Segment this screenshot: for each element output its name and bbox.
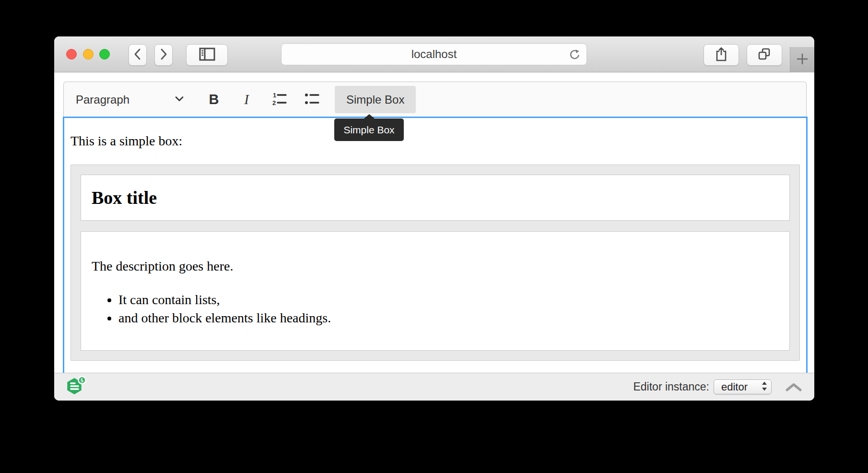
tooltip-text: Simple Box [343, 124, 394, 136]
intro-paragraph: This is a simple box: [70, 132, 800, 150]
numbered-list-icon: 1 2 [271, 91, 287, 108]
close-window-button[interactable] [66, 49, 77, 59]
address-bar[interactable]: localhost [281, 43, 587, 65]
browser-window: localhost [54, 36, 814, 401]
show-tabs-button[interactable] [747, 44, 782, 66]
ckeditor-logo-icon: 5 [66, 376, 86, 399]
box-title-heading: Box title [92, 183, 779, 212]
tabs-overview-icon [757, 47, 772, 63]
tooltip-arrow [364, 114, 375, 118]
chevron-left-icon [133, 47, 142, 63]
chevron-up-icon [785, 382, 802, 392]
sidebar-icon [199, 47, 215, 63]
logo-badge: 5 [81, 377, 83, 383]
page-content: Paragraph B I 1 2 [54, 72, 814, 373]
browser-chrome: localhost [54, 36, 814, 72]
inspector-collapse-button[interactable] [785, 382, 802, 392]
simple-box-description-area[interactable]: The description goes here. It can contai… [81, 231, 790, 351]
forward-button[interactable] [154, 44, 173, 66]
editor-toolbar: Paragraph B I 1 2 [63, 82, 807, 117]
editor-instance-value: editor [721, 381, 748, 393]
simple-box-title-area[interactable]: Box title [81, 175, 790, 221]
svg-text:2: 2 [272, 99, 276, 106]
simple-box-button[interactable]: Simple Box [335, 86, 416, 113]
numbered-list-button[interactable]: 1 2 [270, 86, 289, 113]
bulleted-list-button[interactable] [302, 86, 321, 113]
heading-dropdown[interactable]: Paragraph [67, 86, 191, 113]
heading-dropdown-label: Paragraph [76, 93, 129, 106]
back-button[interactable] [129, 44, 147, 66]
editor-instance-label: Editor instance: [633, 380, 709, 393]
plus-icon [795, 52, 809, 68]
box-description-text: The description goes here. [92, 257, 779, 275]
share-button[interactable] [704, 44, 739, 66]
select-stepper-icon [761, 380, 768, 394]
chevron-right-icon [159, 47, 168, 63]
inspector-statusbar: 5 Editor instance: editor [54, 373, 814, 401]
bold-icon: B [209, 92, 219, 107]
list-item: and other block elements like headings. [118, 309, 779, 327]
address-bar-url: localhost [411, 47, 457, 61]
chevron-down-icon [175, 95, 184, 104]
list-item: It can contain lists, [118, 291, 779, 309]
zoom-window-button[interactable] [99, 49, 110, 59]
share-icon [715, 47, 728, 64]
editor-instance-select[interactable]: editor [714, 379, 772, 394]
bold-button[interactable]: B [204, 86, 223, 113]
sidebar-toggle-button[interactable] [186, 44, 228, 66]
bulleted-list-icon [304, 91, 320, 108]
italic-icon: I [244, 92, 249, 107]
simple-box-tooltip: Simple Box [334, 118, 404, 141]
minimize-window-button[interactable] [83, 49, 94, 59]
box-description-list: It can contain lists, and other block el… [92, 291, 779, 327]
simple-box-button-label: Simple Box [346, 93, 404, 106]
editor-editable-area[interactable]: This is a simple box: Box title The desc… [63, 117, 808, 373]
simple-box-widget[interactable]: Box title The description goes here. It … [70, 165, 800, 361]
new-tab-button[interactable] [790, 47, 814, 72]
svg-text:1: 1 [273, 92, 276, 99]
italic-button[interactable]: I [237, 86, 256, 113]
reload-icon[interactable] [568, 48, 581, 61]
